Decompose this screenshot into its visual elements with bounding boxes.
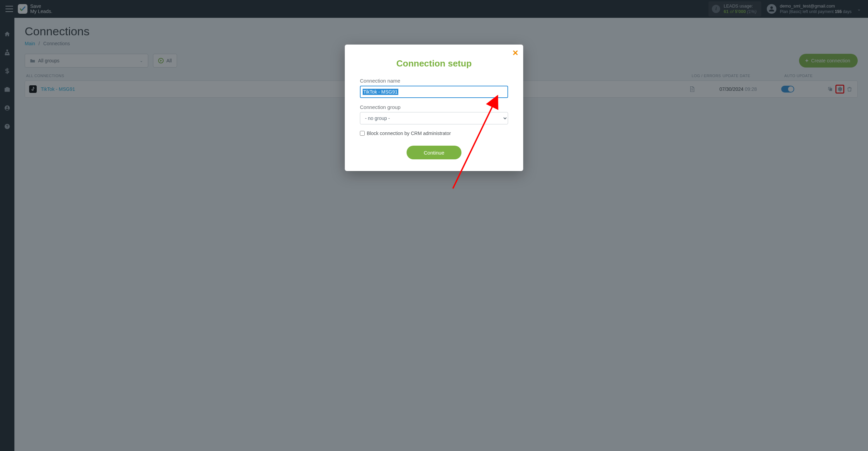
connection-setup-modal: ✕ Connection setup Connection name TikTo…: [345, 45, 523, 171]
modal-overlay[interactable]: ✕ Connection setup Connection name TikTo…: [0, 0, 868, 451]
connection-group-select[interactable]: - no group -: [360, 112, 508, 124]
connection-name-label: Connection name: [360, 78, 508, 84]
block-connection-row: Block connection by CRM administrator: [360, 131, 508, 136]
continue-button[interactable]: Continue: [407, 146, 461, 159]
block-connection-checkbox[interactable]: [360, 131, 365, 136]
close-icon[interactable]: ✕: [512, 49, 518, 57]
connection-name-input[interactable]: TikTok - MSG91: [360, 86, 508, 98]
modal-title: Connection setup: [360, 58, 508, 69]
connection-name-value: TikTok - MSG91: [363, 89, 398, 95]
connection-group-label: Connection group: [360, 104, 508, 110]
block-connection-label: Block connection by CRM administrator: [367, 131, 451, 136]
